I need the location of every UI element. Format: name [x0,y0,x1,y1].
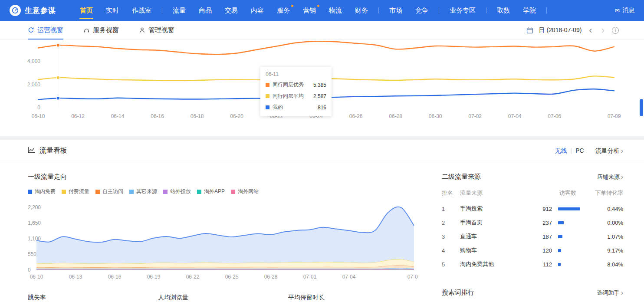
calendar-icon[interactable] [526,27,533,34]
svg-text:1,650: 1,650 [28,220,41,226]
primary-traffic-area-chart[interactable]: 05501,1001,6502,20006-1006-1306-1606-190… [28,204,418,284]
chart-legend: 淘内免费付费流量自主访问其它来源站外投放淘外APP淘外网站 [28,188,418,195]
tab-management-view[interactable]: 管理视窗 [139,21,174,39]
prev-date-chevron[interactable]: ‹ [587,26,594,35]
brand[interactable]: 生意参谋 [10,5,56,16]
svg-text:07-09: 07-09 [407,274,418,280]
nav-item-marketing[interactable]: 营销 [296,0,322,21]
nav-item-trade[interactable]: 交易 [218,0,244,21]
word-helper-link[interactable]: 选词助手 › [597,289,623,297]
series-label: 同行同层优秀 [273,81,304,89]
chart-tooltip: 06-11 同行同层优秀5,385同行同层平均2,587我的816 [260,67,332,116]
svg-text:0: 0 [28,267,31,273]
info-icon[interactable]: i [612,27,619,34]
brand-logo-icon [10,5,21,16]
tab-service-view[interactable]: 服务视窗 [83,21,119,39]
messages-button[interactable]: ✉ 消息 [615,7,634,14]
top-navbar: 生意参谋 首页实时作战室流量商品交易内容服务营销物流财务市场竞争业务专区取数学院… [0,0,644,21]
source-conversion: 0.00% [586,220,623,226]
nav-divider [378,7,379,13]
scrollbar-thumb[interactable] [640,99,643,116]
svg-text:06-22: 06-22 [186,274,200,280]
primary-trend-section: 一级流量走向 淘内免费付费流量自主访问其它来源站外投放淘外APP淘外网站 055… [0,162,418,302]
source-conversion: 9.17% [586,247,623,254]
nav-item-compete[interactable]: 竞争 [409,0,435,21]
traffic-source-row[interactable]: 4购物车1209.17% [442,243,623,257]
legend-item-3[interactable]: 其它来源 [129,188,157,195]
sources-table-header: 排名 流量来源 访客数 下单转化率 [442,184,623,202]
traffic-board-header: 流量看板 无线|PC 流量分析 › [0,140,644,162]
legend-item-2[interactable]: 自主访问 [95,188,123,195]
next-date-chevron[interactable]: › [600,26,606,35]
date-granularity-label[interactable]: 日 (2018-07-09) [539,26,582,34]
svg-text:06-16: 06-16 [151,113,164,119]
traffic-source-row[interactable]: 3直通车1871.07% [442,230,623,243]
tab-operation-view[interactable]: 运营视窗 [28,21,63,39]
nav-item-war-room[interactable]: 作战室 [125,0,158,21]
legend-label: 淘内免费 [35,188,56,195]
nav-item-service[interactable]: 服务 [270,0,296,21]
nav-item-logistics[interactable]: 物流 [322,0,348,21]
svg-text:06-30: 06-30 [429,113,442,119]
envelope-icon: ✉ [615,8,620,13]
series-label: 同行同层平均 [273,92,304,100]
source-rank: 2 [442,220,460,226]
metrics-row: 跳失率59.73%人均浏览量5.01平均停留时长17.48秒 [28,294,418,302]
refresh-icon [28,27,34,33]
visitors-bar [558,263,561,266]
source-rank: 4 [442,247,460,254]
legend-color-swatch [28,190,32,194]
shop-sources-link[interactable]: 店铺来源 › [597,173,623,181]
device-option-pc[interactable]: PC [574,147,585,154]
svg-text:07-01: 07-01 [303,274,317,280]
traffic-board-title: 流量看板 [39,146,67,155]
nav-item-academy[interactable]: 学院 [516,0,542,21]
nav-item-goods[interactable]: 商品 [192,0,218,21]
brand-name: 生意参谋 [25,6,56,16]
source-visitors: 120 [525,247,552,254]
chevron-right-icon: › [621,148,623,154]
legend-label: 自主访问 [102,188,123,195]
visitors-bar-cell [552,207,586,210]
legend-item-1[interactable]: 付费流量 [62,188,89,195]
source-name: 直通车 [460,233,525,240]
device-option-wireless[interactable]: 无线 [553,147,569,154]
source-name: 购物车 [460,246,525,254]
traffic-analysis-link[interactable]: 流量分析 › [595,147,623,155]
metric-views-per-visitor: 人均浏览量5.01 [158,294,288,302]
source-rank: 3 [442,233,460,240]
nav-item-content[interactable]: 内容 [244,0,270,21]
source-conversion: 1.07% [586,233,623,240]
legend-item-6[interactable]: 淘外网站 [231,188,259,195]
headset-icon [83,27,90,33]
nav-item-business-zone[interactable]: 业务专区 [443,0,482,21]
nav-item-fetch-data[interactable]: 取数 [490,0,516,21]
nav-item-home[interactable]: 首页 [73,0,99,21]
link-label: 店铺来源 [597,173,620,181]
svg-text:06-26: 06-26 [349,113,363,119]
source-visitors: 187 [525,233,552,240]
nav-item-traffic[interactable]: 流量 [166,0,192,21]
svg-text:07-02: 07-02 [468,113,482,119]
search-words-section: 搜索词排行 选词助手 › [442,289,623,297]
link-label: 选词助手 [597,289,620,297]
nav-item-market[interactable]: 市场 [383,0,409,21]
traffic-source-row[interactable]: 1手淘搜索9120.44% [442,202,623,216]
col-conversion-header: 下单转化率 [586,189,623,197]
source-rank: 5 [442,261,460,268]
nav-item-realtime[interactable]: 实时 [99,0,125,21]
svg-text:06-12: 06-12 [71,113,85,119]
legend-item-5[interactable]: 淘外APP [197,188,225,195]
traffic-source-row[interactable]: 5淘内免费其他1128.04% [442,257,623,271]
visitors-bar [558,235,562,238]
legend-item-4[interactable]: 站外投放 [163,188,191,195]
source-name: 手淘首页 [460,219,525,226]
metric-label: 平均停留时长 [288,294,418,302]
visitors-bar [558,249,561,252]
legend-item-0[interactable]: 淘内免费 [28,188,56,195]
device-separator: | [569,147,574,154]
source-rank: 1 [442,206,460,212]
sources-table-body: 1手淘搜索9120.44%2手淘首页2370.00%3直通车1871.07%4购… [442,202,623,271]
traffic-source-row[interactable]: 2手淘首页2370.00% [442,216,623,230]
nav-item-finance[interactable]: 财务 [348,0,375,21]
